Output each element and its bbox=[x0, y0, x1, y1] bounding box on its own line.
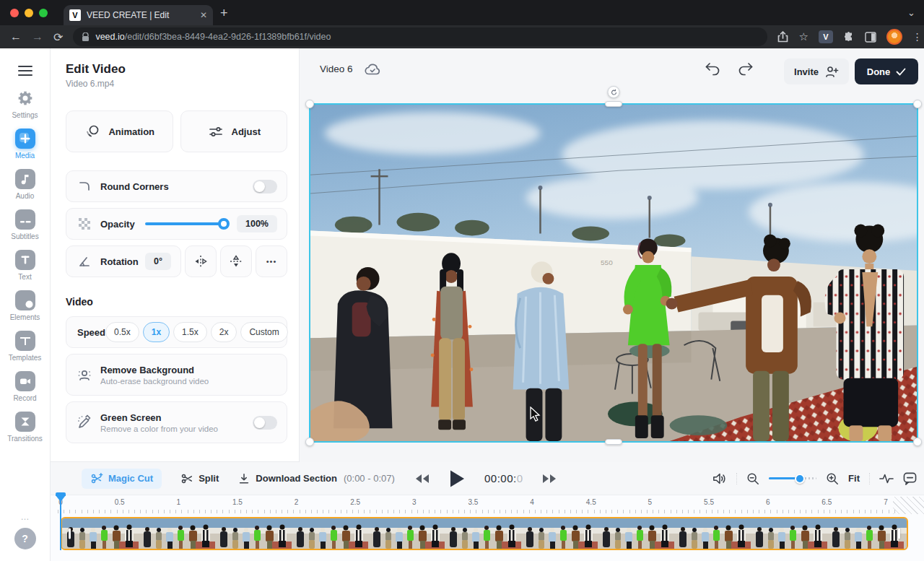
share-icon[interactable] bbox=[777, 31, 788, 43]
split-button[interactable]: Split bbox=[180, 472, 219, 485]
animation-button[interactable]: Animation bbox=[66, 110, 173, 152]
volume-icon[interactable] bbox=[712, 472, 727, 485]
zoom-window-button[interactable] bbox=[39, 9, 48, 17]
sidepanel-icon[interactable] bbox=[865, 32, 876, 43]
menu-hamburger-icon[interactable] bbox=[18, 63, 32, 79]
sidebar-item-label: Templates bbox=[9, 354, 42, 362]
rotate-icon bbox=[610, 89, 617, 96]
speed-option-custom[interactable]: Custom bbox=[240, 322, 287, 342]
sidebar-item-text[interactable]: Text bbox=[2, 250, 48, 281]
sidebar-item-media[interactable]: Media bbox=[2, 129, 48, 160]
opacity-slider[interactable] bbox=[145, 218, 228, 230]
help-button[interactable]: ? bbox=[14, 528, 36, 549]
resize-handle-top[interactable] bbox=[605, 101, 622, 107]
speed-option-1.5x[interactable]: 1.5x bbox=[173, 322, 207, 342]
browser-titlebar: V VEED CREATE | Edit ✕ + ⌄ bbox=[0, 0, 924, 25]
reload-button[interactable]: ⟳ bbox=[53, 30, 63, 44]
minimize-window-button[interactable] bbox=[25, 9, 33, 17]
rotation-value[interactable]: 0° bbox=[145, 253, 171, 270]
close-window-button[interactable] bbox=[10, 9, 19, 17]
tab-close-icon[interactable]: ✕ bbox=[200, 10, 207, 20]
flip-vertical-button[interactable] bbox=[220, 245, 252, 277]
resize-handle-bottom[interactable] bbox=[605, 439, 622, 445]
playhead-line bbox=[60, 501, 61, 550]
play-button[interactable] bbox=[448, 469, 466, 488]
video-frame: 550 bbox=[310, 105, 917, 441]
sidebar-item-transitions[interactable]: Transitions bbox=[2, 412, 48, 443]
green-screen-toggle[interactable] bbox=[253, 416, 277, 430]
templates-grid-icon bbox=[15, 331, 35, 351]
ruler-label: 3.5 bbox=[468, 498, 479, 506]
remove-background-icon bbox=[76, 366, 93, 383]
flip-horizontal-button[interactable] bbox=[185, 245, 217, 277]
resize-handle-bottom-left[interactable] bbox=[305, 438, 314, 446]
video-clip[interactable] bbox=[61, 517, 908, 550]
round-corners-toggle[interactable] bbox=[253, 180, 277, 193]
animation-icon bbox=[84, 123, 101, 140]
done-button[interactable]: Done bbox=[855, 58, 918, 84]
remove-background-button[interactable]: Remove Background Auto-erase background … bbox=[66, 354, 287, 396]
waveform-icon[interactable] bbox=[879, 473, 894, 484]
zoom-out-icon[interactable] bbox=[746, 472, 759, 485]
tab-search-caret-icon[interactable]: ⌄ bbox=[907, 7, 915, 18]
panel-subtitle: Video 6.mp4 bbox=[66, 79, 287, 89]
opacity-value[interactable]: 100% bbox=[237, 215, 277, 232]
opacity-slider-knob[interactable] bbox=[218, 218, 230, 230]
rewind-icon[interactable] bbox=[415, 474, 430, 484]
animation-label: Animation bbox=[108, 126, 154, 137]
video-canvas[interactable]: 550 bbox=[309, 103, 918, 443]
zoom-slider-knob[interactable] bbox=[795, 474, 805, 484]
window-controls[interactable] bbox=[10, 9, 48, 17]
extensions-puzzle-icon[interactable] bbox=[843, 31, 855, 43]
sidebar-item-label: Settings bbox=[12, 111, 38, 119]
redo-icon[interactable] bbox=[737, 61, 754, 76]
invite-button[interactable]: Invite bbox=[784, 58, 849, 84]
timeline[interactable]: 00.511.522.533.544.555.566.57 bbox=[51, 495, 924, 561]
veed-extension-icon[interactable]: V bbox=[819, 30, 833, 43]
text-t-icon bbox=[15, 250, 35, 270]
download-section-button[interactable]: Download Section (0:00 - 0:07) bbox=[237, 472, 395, 485]
sidebar-item-label: Audio bbox=[16, 192, 35, 200]
ruler-label: 3 bbox=[412, 498, 417, 506]
green-screen-row: Green Screen Remove a color from your vi… bbox=[66, 401, 287, 443]
sidebar-item-settings[interactable]: Settings bbox=[2, 88, 48, 119]
sidebar-item-templates[interactable]: Templates bbox=[2, 331, 48, 362]
resize-handle-bottom-right[interactable] bbox=[913, 438, 922, 446]
undo-icon[interactable] bbox=[704, 61, 721, 76]
download-range: (0:00 - 0:07) bbox=[344, 473, 395, 484]
browser-tab[interactable]: V VEED CREATE | Edit ✕ bbox=[64, 5, 213, 25]
speed-option-0.5x[interactable]: 0.5x bbox=[105, 322, 139, 342]
profile-avatar[interactable] bbox=[886, 29, 902, 45]
green-screen-title: Green Screen bbox=[100, 412, 218, 423]
project-name[interactable]: Video 6 bbox=[320, 64, 353, 74]
resize-handle-top-right[interactable] bbox=[913, 100, 922, 108]
magic-cut-button[interactable]: Magic Cut bbox=[82, 469, 162, 489]
timeline-zoom-slider[interactable] bbox=[769, 474, 816, 484]
sidebar-item-elements[interactable]: Elements bbox=[2, 290, 48, 321]
remove-background-title: Remove Background bbox=[100, 365, 209, 375]
fit-button[interactable]: Fit bbox=[848, 473, 860, 484]
rotate-handle[interactable] bbox=[608, 86, 620, 98]
browser-menu-icon[interactable]: ⋮ bbox=[912, 31, 923, 43]
magic-cut-label: Magic Cut bbox=[108, 473, 153, 484]
sidebar-item-subtitles[interactable]: Subtitles bbox=[2, 209, 48, 240]
ruler-label: 7 bbox=[884, 498, 888, 506]
fast-forward-icon[interactable] bbox=[542, 474, 557, 484]
sidebar-item-audio[interactable]: Audio bbox=[2, 169, 48, 200]
sidebar-item-record[interactable]: Record bbox=[2, 371, 48, 402]
adjust-button[interactable]: Adjust bbox=[180, 110, 288, 152]
trim-handle-left[interactable] bbox=[69, 529, 71, 539]
back-button[interactable]: ← bbox=[10, 30, 22, 43]
forward-button[interactable]: → bbox=[32, 30, 43, 43]
resize-handle-top-left[interactable] bbox=[305, 100, 314, 108]
comments-icon[interactable] bbox=[903, 472, 917, 485]
trim-handle-right[interactable] bbox=[898, 529, 900, 539]
more-options-button[interactable]: ••• bbox=[256, 245, 287, 277]
ruler-end-hatch bbox=[893, 497, 924, 514]
speed-option-1x[interactable]: 1x bbox=[143, 322, 170, 342]
zoom-in-icon[interactable] bbox=[826, 472, 839, 485]
address-bar[interactable]: veed.io/edit/d6bf3bea-8449-4ea2-9d26-1f1… bbox=[73, 27, 767, 46]
new-tab-button[interactable]: + bbox=[220, 6, 228, 19]
speed-option-2x[interactable]: 2x bbox=[211, 322, 237, 342]
bookmark-star-icon[interactable]: ☆ bbox=[798, 30, 808, 43]
